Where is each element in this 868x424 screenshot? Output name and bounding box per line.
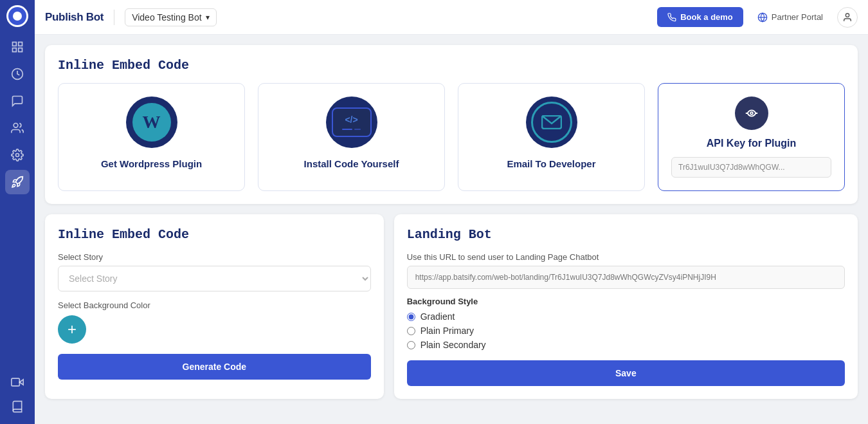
install-code-label: Install Code Yourself <box>304 158 399 169</box>
svg-rect-3 <box>19 48 23 52</box>
email-developer-option[interactable]: Email To Developer <box>458 83 645 191</box>
content-area: Inline Embed Code W Get Wordpress Plugin <box>35 35 868 424</box>
sidebar-item-chat[interactable] <box>5 89 30 113</box>
header-divider <box>114 10 114 25</box>
landing-bot-card: Landing Bot Use this URL to send user to… <box>394 214 858 399</box>
sidebar-item-video[interactable] <box>5 370 30 394</box>
save-button[interactable]: Save <box>407 360 845 386</box>
wordpress-label: Get Wordpress Plugin <box>101 158 202 169</box>
email-developer-label: Email To Developer <box>507 158 595 169</box>
inline-embed-card: Inline Embed Code Select Story Select St… <box>45 214 384 399</box>
main-content: Publish Bot Video Testing Bot ▾ Book a d… <box>35 0 868 424</box>
top-embed-card: Inline Embed Code W Get Wordpress Plugin <box>45 45 858 204</box>
add-color-icon: + <box>68 320 77 338</box>
svg-rect-2 <box>13 48 17 52</box>
story-select[interactable]: Select Story <box>58 266 371 291</box>
radio-plain-primary[interactable]: Plain Primary <box>407 326 845 336</box>
radio-gradient-input[interactable] <box>407 313 415 321</box>
header: Publish Bot Video Testing Bot ▾ Book a d… <box>35 0 868 35</box>
book-demo-label: Book a demo <box>680 12 733 22</box>
bot-selector[interactable]: Video Testing Bot ▾ <box>125 8 216 26</box>
svg-marker-7 <box>19 380 23 385</box>
inline-embed-title: Inline Embed Code <box>58 227 371 242</box>
chevron-down-icon: ▾ <box>206 13 210 22</box>
sidebar-item-launch[interactable] <box>5 170 30 194</box>
install-code-option[interactable]: </> Install Code Yourself <box>258 83 445 191</box>
sidebar <box>0 0 35 424</box>
svg-rect-1 <box>19 42 23 46</box>
sidebar-item-history[interactable] <box>5 62 30 86</box>
book-demo-button[interactable]: Book a demo <box>657 7 743 27</box>
landing-url-input[interactable] <box>407 266 845 289</box>
bg-color-label: Select Background Color <box>58 300 371 310</box>
api-key-icon <box>735 97 768 130</box>
top-embed-title: Inline Embed Code <box>58 58 845 73</box>
generate-code-button[interactable]: Generate Code <box>58 354 371 380</box>
sidebar-item-book[interactable] <box>5 394 30 419</box>
bg-style-label: Background Style <box>407 297 845 306</box>
radio-plain-primary-input[interactable] <box>407 327 415 335</box>
svg-rect-8 <box>12 378 19 386</box>
api-key-input[interactable] <box>671 157 831 178</box>
wordpress-option[interactable]: W Get Wordpress Plugin <box>58 83 245 191</box>
partner-portal-link[interactable]: Partner Portal <box>751 8 829 26</box>
radio-plain-secondary-label: Plain Secondary <box>420 340 486 350</box>
api-key-section: API Key for Plugin document.currentScrip… <box>658 83 845 191</box>
landing-bot-desc: Use this URL to send user to Landing Pag… <box>407 252 845 262</box>
add-color-button[interactable]: + <box>58 315 86 344</box>
partner-portal-label: Partner Portal <box>772 12 823 22</box>
bottom-row: Inline Embed Code Select Story Select St… <box>45 214 858 399</box>
embed-options-row: W Get Wordpress Plugin </> <box>58 83 845 191</box>
sidebar-item-users[interactable] <box>5 116 30 140</box>
svg-point-6 <box>16 154 19 157</box>
sidebar-logo <box>6 5 28 27</box>
api-key-label: API Key for Plugin <box>707 138 797 149</box>
brand-name: Publish Bot <box>45 11 104 24</box>
phone-icon <box>667 13 676 22</box>
svg-point-13 <box>750 112 753 115</box>
radio-plain-primary-label: Plain Primary <box>420 326 474 336</box>
bot-selector-label: Video Testing Bot <box>132 12 201 23</box>
email-icon <box>526 97 577 148</box>
svg-point-11 <box>845 14 849 17</box>
svg-rect-0 <box>13 42 17 46</box>
story-label: Select Story <box>58 252 371 262</box>
radio-plain-secondary-input[interactable] <box>407 341 415 349</box>
sidebar-item-settings[interactable] <box>5 143 30 167</box>
wordpress-icon: W <box>126 97 177 148</box>
radio-gradient-label: Gradient <box>420 311 455 322</box>
svg-point-5 <box>14 124 18 128</box>
radio-gradient[interactable]: Gradient <box>407 311 845 322</box>
partner-portal-icon <box>757 12 768 23</box>
code-icon: </> <box>326 97 377 148</box>
landing-bot-title: Landing Bot <box>407 227 845 242</box>
sidebar-bottom <box>5 370 30 419</box>
user-menu-button[interactable] <box>837 7 858 28</box>
radio-plain-secondary[interactable]: Plain Secondary <box>407 340 845 350</box>
sidebar-item-dashboard[interactable] <box>5 35 30 59</box>
user-icon <box>842 12 853 23</box>
background-style-group: Gradient Plain Primary Plain Secondary <box>407 311 845 350</box>
